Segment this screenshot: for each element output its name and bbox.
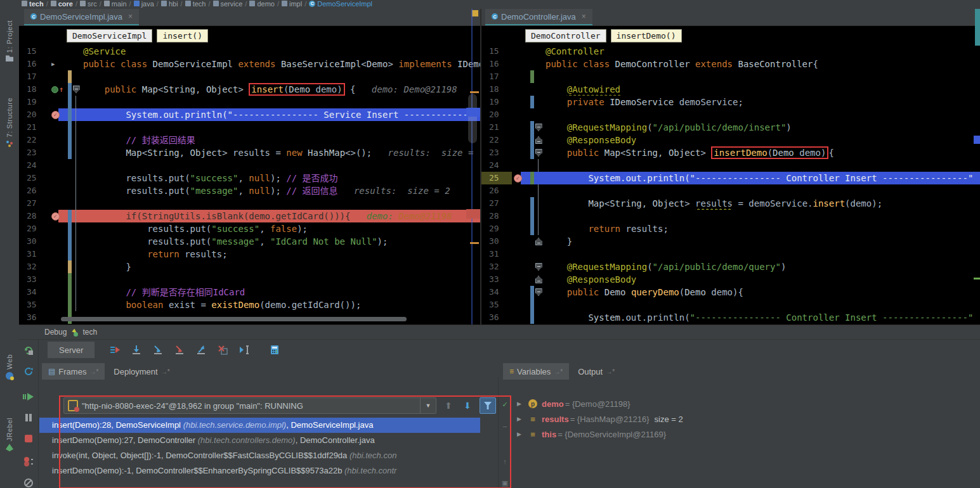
breadcrumb-item-demo[interactable]: demo — [249, 0, 275, 8]
variable-row-results[interactable]: ▶≡results = {HashMap@21216}size = 2 — [511, 411, 980, 427]
stack-frame-row[interactable]: insertDemo(Demo):27, DemoController (hbi… — [39, 433, 480, 448]
badge-class[interactable]: DemoServiceImpl — [67, 29, 152, 42]
pause-program-button[interactable] — [23, 412, 34, 423]
frames-list: insert(Demo):28, DemoServiceImpl (hbi.te… — [39, 418, 480, 478]
left-editor-code[interactable]: 15@Service16▶public class DemoServiceImp… — [19, 45, 480, 324]
breadcrumb-item-service[interactable]: service — [213, 0, 243, 8]
stripe-item-jrebel[interactable]: JRebel — [0, 418, 19, 451]
previous-frame-button[interactable]: ⬆ — [441, 399, 455, 413]
evaluate-expression-icon[interactable] — [268, 343, 282, 357]
rerun-debug-button[interactable] — [23, 345, 34, 356]
thread-dropdown[interactable]: "http-nio-8080-exec-24"@18,962 in group … — [63, 397, 436, 414]
variable-row-demo[interactable]: ▶pdemo = {Demo@21198} — [511, 396, 980, 411]
drop-frame-icon[interactable] — [216, 343, 230, 357]
scrollbar-thumb[interactable] — [468, 94, 477, 143]
close-icon[interactable]: × — [582, 12, 586, 21]
view-breakpoints-button[interactable] — [23, 456, 34, 467]
implementing-method-icon[interactable] — [51, 86, 58, 93]
tab-output[interactable]: Output →* — [572, 363, 621, 380]
mute-breakpoints-button[interactable] — [23, 477, 34, 488]
breadcrumb-item-src[interactable]: src — [80, 0, 97, 8]
breadcrumb-item-DemoServiceImpl[interactable]: CDemoServiceImpl — [309, 0, 372, 8]
stripe-item-structure[interactable]: 7: Structure — [0, 98, 19, 148]
tab-deployment[interactable]: Deployment →* — [107, 363, 176, 380]
breadcrumb-item-tech[interactable]: tech — [22, 0, 44, 8]
stack-frame-row[interactable]: insert(Demo):28, DemoServiceImpl (hbi.te… — [39, 418, 480, 433]
scrollbar-thumb[interactable] — [975, 9, 980, 46]
variable-name: results — [542, 414, 569, 424]
update-application-button[interactable] — [23, 366, 34, 377]
pin-icon[interactable]: ▣ — [500, 478, 509, 487]
left-scrollbar[interactable] — [466, 9, 480, 324]
next-frame-button[interactable]: ⬇ — [461, 399, 474, 413]
horizontal-scrollbar[interactable] — [61, 317, 407, 321]
gutter-icons — [512, 45, 530, 58]
stripe-item-web[interactable]: Web — [0, 354, 19, 380]
badge-method[interactable]: insertDemo() — [611, 29, 682, 42]
exec-line-marker — [466, 108, 480, 117]
line-number: 17 — [19, 70, 49, 83]
fold-icon[interactable] — [535, 238, 542, 245]
breadcrumb-item-core[interactable]: core — [51, 0, 73, 8]
tab-variables[interactable]: ≡ Variables →* — [503, 363, 569, 380]
show-execution-point-icon[interactable] — [108, 343, 122, 357]
breadcrumb-item-main[interactable]: main — [104, 0, 127, 8]
breadcrumb-item-impl[interactable]: impl — [282, 0, 302, 8]
override-arrow-icon[interactable]: ↑ — [59, 86, 63, 93]
stack-frame-row[interactable]: invoke(int, Object, Object[]):-1, DemoCo… — [39, 448, 480, 463]
tab-frames[interactable]: ▤ Frames →* — [42, 363, 105, 380]
chevron-down-icon[interactable]: ▼ — [420, 398, 436, 413]
stack-frame-row[interactable]: insertDemo(Demo):-1, DemoController$$Enh… — [39, 463, 480, 478]
step-over-icon[interactable] — [129, 343, 143, 357]
breakpoint-icon[interactable] — [51, 212, 60, 221]
expand-triangle-icon[interactable]: ▶ — [517, 416, 526, 422]
close-icon[interactable]: × — [128, 12, 133, 21]
gutter-icons — [512, 273, 530, 286]
stop-program-button[interactable] — [23, 433, 34, 444]
breadcrumb-item-tech[interactable]: tech — [185, 0, 206, 8]
fold-icon[interactable] — [535, 149, 542, 157]
code-line: 27 — [19, 197, 480, 210]
badge-class[interactable]: DemoController — [525, 29, 606, 42]
tab-server[interactable]: Server — [48, 342, 95, 358]
expand-triangle-icon[interactable]: ▶ — [517, 401, 526, 407]
line-number: 32 — [19, 260, 49, 273]
line-number: 27 — [481, 197, 512, 210]
breadcrumb-item-hbi[interactable]: hbi — [161, 0, 178, 8]
breadcrumb-item-java[interactable]: java — [134, 0, 154, 8]
up-icon[interactable]: ↑ — [500, 457, 509, 466]
expand-triangle-icon[interactable]: ▶ — [517, 431, 526, 437]
fold-icon[interactable] — [535, 124, 542, 131]
code-line: 32 @RequestMapping("/api/public/demo/que… — [481, 260, 980, 273]
fold-icon[interactable] — [535, 288, 542, 296]
fold-icon[interactable] — [535, 136, 542, 144]
tab-democontroller[interactable]: C DemoController.java × — [485, 9, 592, 25]
tab-demoserviceimpl[interactable]: C DemoServiceImpl.java × — [24, 9, 139, 25]
badge-method[interactable]: insert() — [157, 29, 208, 42]
fold-column — [534, 210, 543, 222]
fold-icon[interactable] — [73, 86, 80, 93]
code-text: public class DemoServiceImpl extends Bas… — [81, 58, 480, 70]
breakpoint-icon[interactable] — [514, 174, 522, 183]
run-to-cursor-icon[interactable] — [237, 343, 251, 357]
fold-icon[interactable] — [535, 263, 542, 271]
hide-frames-filter-button[interactable] — [480, 397, 496, 414]
step-out-icon[interactable] — [194, 343, 208, 357]
resume-program-button[interactable] — [23, 391, 34, 402]
fold-icon[interactable] — [535, 276, 542, 283]
breadcrumb-separator: / — [245, 0, 247, 8]
variable-row-this[interactable]: ▶≡this = {DemoServiceImpl@21169} — [511, 427, 980, 442]
fold-column — [534, 121, 543, 134]
right-editor-code[interactable]: 15@Controller16public class DemoControll… — [481, 45, 980, 324]
force-step-into-icon[interactable] — [173, 343, 186, 357]
breakpoint-icon[interactable] — [51, 111, 60, 119]
step-into-icon[interactable] — [151, 343, 165, 357]
evaluate-check-icon[interactable]: ✓ — [500, 400, 509, 409]
gutter-icons — [512, 184, 530, 197]
module-icon — [22, 1, 27, 6]
code-line: 29 results.put("success", false); — [19, 222, 480, 235]
remove-icon[interactable]: – — [500, 421, 509, 430]
fold-column — [72, 172, 81, 184]
stripe-item-project[interactable]: 1: Project — [0, 20, 19, 61]
right-scrollbar[interactable] — [974, 9, 980, 324]
